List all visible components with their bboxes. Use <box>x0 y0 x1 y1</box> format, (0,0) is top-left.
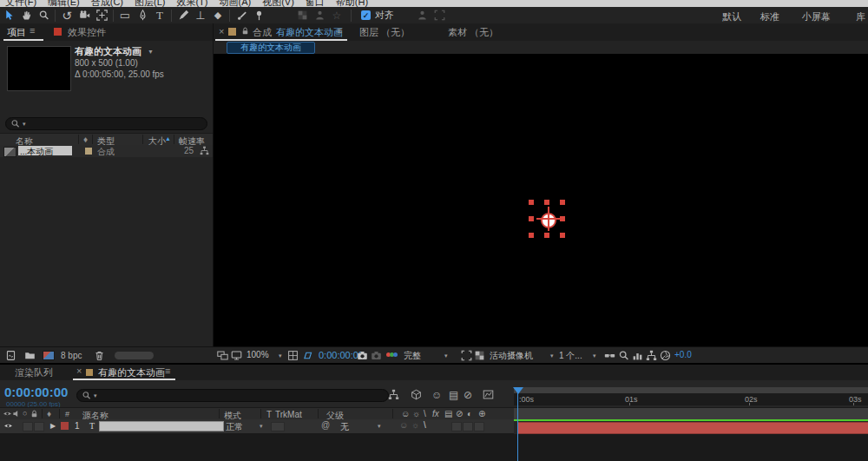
playhead-line[interactable] <box>517 387 518 461</box>
work-area-bar[interactable] <box>514 387 868 393</box>
brush-tool[interactable] <box>174 8 192 23</box>
selection-handle[interactable] <box>529 233 534 238</box>
current-timecode[interactable]: 0:00:00:00 <box>4 385 68 399</box>
snap-checkbox[interactable]: ✓ <box>361 10 371 20</box>
view-layout-caret-icon[interactable]: ▾ <box>593 352 596 359</box>
menu-window[interactable]: 窗口 <box>306 0 325 7</box>
layer-parent-value[interactable]: 无 <box>340 421 349 433</box>
primary-viewer-icon[interactable] <box>231 350 242 363</box>
shy-switch-icon[interactable]: ☺ <box>401 410 410 418</box>
layer-switch-cell[interactable] <box>463 422 473 431</box>
project-search-input[interactable]: ▾ <box>5 117 207 130</box>
menu-layer[interactable]: 图层(L) <box>135 0 165 7</box>
channels-icon[interactable] <box>386 352 398 357</box>
motion-blur-icon[interactable]: ⊘ <box>464 390 472 400</box>
magnification-value[interactable]: 100% <box>247 350 269 359</box>
menu-view[interactable]: 视图(V) <box>262 0 294 7</box>
snap-label[interactable]: 对齐 <box>375 9 394 22</box>
mini-flowchart-icon[interactable] <box>388 389 399 402</box>
layer-video-eye-icon[interactable] <box>3 421 13 432</box>
item-flowchart-icon[interactable] <box>200 146 209 157</box>
grid-guides-icon[interactable] <box>287 350 299 363</box>
menu-edit[interactable]: 编辑(E) <box>48 0 80 7</box>
panel-menu-icon[interactable]: ≡ <box>30 26 35 36</box>
menu-composition[interactable]: 合成(C) <box>91 0 123 7</box>
magnify-region-icon[interactable] <box>618 350 629 363</box>
item-label-swatch[interactable] <box>85 148 92 155</box>
frame-blending-icon[interactable]: ▤ <box>449 390 458 400</box>
snapshot-icon[interactable] <box>357 350 368 363</box>
always-preview-icon[interactable] <box>217 350 228 363</box>
column-preserve-transparency[interactable]: T <box>266 410 272 419</box>
project-comp-name[interactable]: 有趣的文本动画 <box>75 45 141 58</box>
layer-switch-cell[interactable] <box>34 422 44 431</box>
camera-tool[interactable] <box>76 8 93 23</box>
tab-layer-viewer[interactable]: 图层 （无） <box>359 26 410 39</box>
region-of-interest-icon[interactable] <box>461 350 472 363</box>
hide-shy-layers-icon[interactable]: ☺ <box>431 390 442 400</box>
workspace-default[interactable]: 默认 <box>722 10 741 23</box>
breadcrumb[interactable]: 有趣的文本动画 <box>227 42 315 54</box>
hand-tool[interactable] <box>17 8 35 23</box>
layer-row[interactable]: ▶ 1 T 正常 ▾ @ 无 ▾ ☺ ☼ \ <box>0 419 514 434</box>
timeline-panel-menu-icon[interactable]: ≡ <box>165 366 170 376</box>
parent-pickwhip-icon[interactable]: @ <box>321 421 330 430</box>
puppet-pin-tool[interactable] <box>250 8 267 23</box>
column-layer-number[interactable]: # <box>65 410 69 418</box>
effects-switch-icon[interactable]: fx <box>432 410 439 418</box>
time-ruler[interactable]: :00s 01s 02s 03s <box>514 393 868 405</box>
shape-tool[interactable]: ▭ <box>116 8 134 23</box>
timeline-search-input[interactable]: ▾ <box>76 389 389 402</box>
motion-blur-switch-icon[interactable]: ⊘ <box>456 410 463 418</box>
roto-brush-tool[interactable] <box>233 8 250 23</box>
interpret-footage-icon[interactable] <box>3 348 17 363</box>
label-column-icon[interactable]: ♦ <box>83 135 88 144</box>
quality-switch-icon[interactable]: \ <box>424 410 426 418</box>
draft-3d-icon[interactable] <box>411 389 422 402</box>
sort-ascending-icon[interactable]: ▲ <box>165 135 171 142</box>
show-snapshot-icon[interactable] <box>371 350 382 363</box>
eraser-tool[interactable]: ◆ <box>209 8 227 23</box>
pen-tool[interactable] <box>134 8 151 23</box>
zoom-tool[interactable] <box>35 8 52 23</box>
selection-handle[interactable] <box>560 233 565 238</box>
view-layout-value[interactable]: 1 个... <box>559 350 582 362</box>
column-trkmat[interactable]: TrkMat <box>275 410 302 419</box>
trash-icon[interactable] <box>92 348 106 363</box>
viewer-panel-menu-icon[interactable]: ≡ <box>337 26 342 36</box>
flowchart-icon[interactable] <box>646 350 657 363</box>
selection-handle[interactable] <box>544 233 549 238</box>
exposure-icon[interactable] <box>660 350 671 363</box>
layer-mode-caret-icon[interactable]: ▾ <box>260 423 263 430</box>
selection-handle[interactable] <box>529 200 534 205</box>
trkmat-cell[interactable] <box>271 422 285 431</box>
layer-expand-icon[interactable]: ▶ <box>50 423 56 430</box>
layer-parent-caret-icon[interactable]: ▾ <box>378 423 381 430</box>
layer-duration-bar[interactable] <box>517 422 868 434</box>
workspace-libraries[interactable]: 库 <box>856 10 865 23</box>
footer-scrollbar-thumb[interactable] <box>115 352 154 359</box>
tab-project[interactable]: 项目 <box>7 26 26 39</box>
menu-help[interactable]: 帮助(H) <box>336 0 368 7</box>
pan-behind-tool[interactable] <box>93 8 110 23</box>
viewer-comp-name[interactable]: 有趣的文本动画 <box>276 26 343 39</box>
close-tab-icon[interactable]: × <box>76 366 82 376</box>
collapse-switch-icon[interactable]: ☼ <box>412 410 420 418</box>
selection-handle[interactable] <box>529 216 534 221</box>
playhead-marker[interactable] <box>513 387 523 394</box>
workspace-small-screen[interactable]: 小屏幕 <box>802 10 831 23</box>
workspace-standard[interactable]: 标准 <box>760 10 779 23</box>
new-composition-icon[interactable] <box>42 348 56 363</box>
layer-label-swatch[interactable] <box>61 422 69 430</box>
comp-name-caret-icon[interactable]: ▼ <box>148 49 154 55</box>
layer-mode-value[interactable]: 正常 <box>226 421 243 433</box>
magnification-caret-icon[interactable]: ▾ <box>279 352 282 359</box>
menu-file[interactable]: 文件(F) <box>5 0 36 7</box>
resolution-caret-icon[interactable]: ▾ <box>444 352 448 359</box>
mask-visibility-icon[interactable] <box>302 350 313 363</box>
viewer-comp-label[interactable]: 合成 <box>253 26 272 39</box>
layer-switch-cell[interactable] <box>451 422 462 431</box>
three-d-switch-icon[interactable]: ⊕ <box>478 410 485 418</box>
exposure-value[interactable]: +0.0 <box>674 350 692 359</box>
menu-animation[interactable]: 动画(A) <box>220 0 252 7</box>
